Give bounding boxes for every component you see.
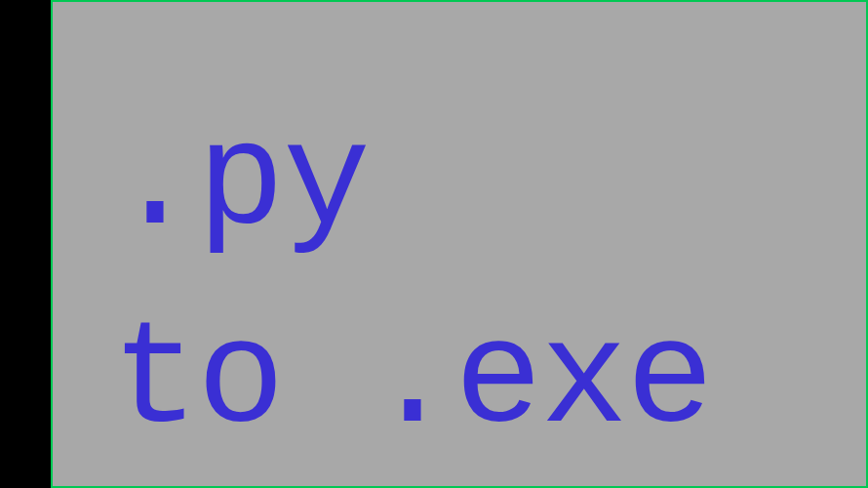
title-line-2: to .exe	[111, 283, 712, 481]
title-text: .py to .exe	[111, 85, 712, 480]
canvas-panel: .py to .exe	[51, 0, 868, 488]
title-line-1: .py	[111, 85, 712, 283]
